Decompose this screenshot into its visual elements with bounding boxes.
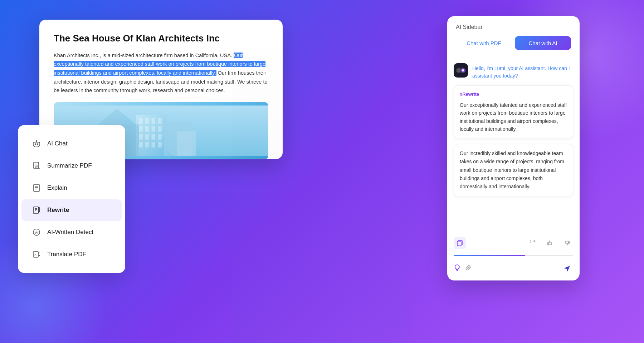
toolbar-thumbsdown-button[interactable] bbox=[561, 237, 573, 249]
chat-area: Hello, I'm Lumi, your AI assistant. How … bbox=[447, 56, 580, 233]
robot-icon bbox=[31, 139, 42, 149]
paperclip-icon[interactable] bbox=[465, 264, 472, 273]
chat-toolbar bbox=[447, 233, 580, 253]
svg-point-49 bbox=[462, 69, 464, 71]
svg-rect-8 bbox=[145, 126, 149, 132]
translate-icon: A bbox=[31, 249, 42, 259]
tab-chat-ai[interactable]: Chat with AI bbox=[515, 36, 571, 50]
svg-rect-5 bbox=[152, 118, 156, 124]
ai-sidebar-title: AI Sidebar bbox=[456, 24, 571, 30]
toolbar-thumbsup-button[interactable] bbox=[544, 237, 556, 249]
svg-rect-12 bbox=[145, 134, 149, 140]
ai-response-text: Our incredibly skilled and knowledgeable… bbox=[460, 149, 567, 190]
svg-text:AI: AI bbox=[35, 231, 38, 234]
svg-rect-38 bbox=[33, 207, 39, 213]
svg-rect-10 bbox=[158, 126, 162, 132]
explain-icon bbox=[31, 183, 42, 193]
svg-rect-21 bbox=[177, 131, 196, 156]
sidebar-label-explain: Explain bbox=[47, 184, 67, 192]
svg-rect-29 bbox=[34, 162, 39, 169]
sidebar-item-rewrite[interactable]: Rewrite bbox=[21, 199, 122, 221]
tab-row: Chat with PDF Chat with AI bbox=[456, 36, 571, 50]
send-button[interactable] bbox=[560, 262, 573, 275]
bot-avatar bbox=[454, 63, 468, 78]
svg-rect-52 bbox=[569, 241, 570, 243]
svg-point-23 bbox=[35, 144, 36, 145]
toolbar-refresh-button[interactable] bbox=[527, 237, 539, 249]
svg-rect-6 bbox=[158, 118, 162, 124]
user-message-card: #Rewrite Our exceptionally talented and … bbox=[454, 85, 573, 138]
user-message-body: Our exceptionally talented and experienc… bbox=[460, 101, 567, 133]
svg-rect-13 bbox=[152, 134, 156, 140]
rewrite-icon bbox=[31, 205, 42, 215]
person-image bbox=[197, 21, 447, 343]
ai-response-card: Our incredibly skilled and knowledgeable… bbox=[454, 144, 573, 196]
sidebar-label-translate: Translate PDF bbox=[47, 251, 86, 258]
svg-point-47 bbox=[457, 68, 461, 73]
ai-detect-icon: AI bbox=[31, 227, 42, 237]
svg-rect-7 bbox=[139, 126, 143, 132]
svg-rect-9 bbox=[152, 126, 156, 132]
person-figure bbox=[233, 29, 411, 343]
svg-rect-17 bbox=[152, 142, 156, 148]
sidebar-item-explain[interactable]: Explain bbox=[21, 177, 122, 199]
tab-chat-pdf[interactable]: Chat with PDF bbox=[456, 36, 512, 50]
lightbulb-icon[interactable] bbox=[454, 264, 461, 273]
sidebar-label-rewrite: Rewrite bbox=[47, 207, 69, 214]
sidebar-item-ai-chat[interactable]: AI Chat bbox=[21, 133, 122, 154]
svg-rect-51 bbox=[547, 243, 548, 245]
svg-rect-16 bbox=[145, 142, 149, 148]
sidebar-menu-card: AI Chat Summarize PDF Explain bbox=[18, 125, 125, 273]
sidebar-item-summarize[interactable]: Summarize PDF bbox=[21, 155, 122, 177]
svg-rect-4 bbox=[145, 118, 149, 124]
svg-point-26 bbox=[36, 140, 37, 141]
chat-input-row bbox=[447, 258, 580, 280]
svg-rect-11 bbox=[139, 134, 143, 140]
svg-text:A: A bbox=[34, 253, 36, 256]
svg-rect-18 bbox=[158, 142, 162, 148]
progress-bar-container bbox=[447, 253, 580, 258]
user-message-tag: #Rewrite bbox=[460, 91, 567, 98]
bot-greeting-text: Hello, I'm Lumi, your AI assistant. How … bbox=[472, 63, 573, 80]
toolbar-copy-button[interactable] bbox=[454, 237, 466, 249]
ai-sidebar-header: AI Sidebar Chat with PDF Chat with AI bbox=[447, 16, 580, 56]
sidebar-item-translate[interactable]: A Translate PDF bbox=[21, 244, 122, 265]
summarize-icon bbox=[31, 161, 42, 171]
svg-rect-3 bbox=[139, 118, 143, 124]
bot-greeting-message: Hello, I'm Lumi, your AI assistant. How … bbox=[454, 63, 573, 80]
svg-rect-34 bbox=[34, 184, 39, 192]
sidebar-label-ai-chat: AI Chat bbox=[47, 140, 68, 147]
svg-rect-50 bbox=[457, 241, 461, 246]
sidebar-label-summarize: Summarize PDF bbox=[47, 162, 92, 169]
progress-fill bbox=[454, 255, 525, 256]
svg-rect-22 bbox=[33, 142, 40, 146]
ai-sidebar-panel: AI Sidebar Chat with PDF Chat with AI He… bbox=[447, 16, 580, 280]
sidebar-label-ai-detect: AI-Written Detect bbox=[47, 229, 93, 236]
svg-rect-14 bbox=[158, 134, 162, 140]
svg-point-24 bbox=[37, 144, 38, 145]
svg-rect-15 bbox=[139, 142, 143, 148]
sidebar-item-ai-detect[interactable]: AI AI-Written Detect bbox=[21, 222, 122, 243]
